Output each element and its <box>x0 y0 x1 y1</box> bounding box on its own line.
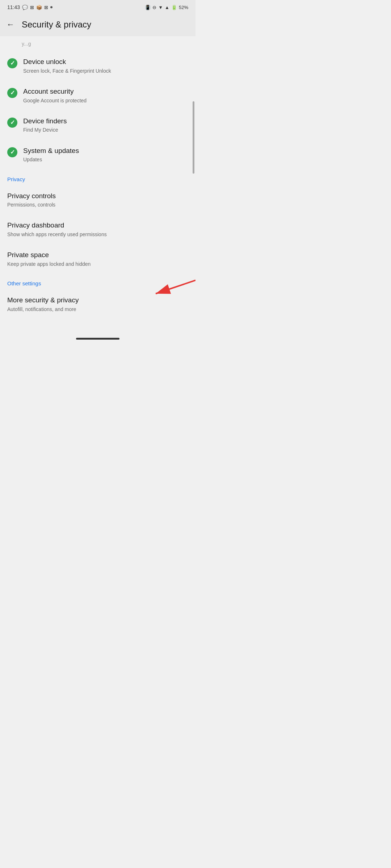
account-security-item[interactable]: Account security Google Account is prote… <box>0 81 196 110</box>
page-title: Security & privacy <box>22 20 91 30</box>
partial-item: y...g <box>0 36 196 51</box>
top-bar: ← Security & privacy <box>0 14 196 36</box>
device-finders-subtitle: Find My Device <box>23 127 188 133</box>
check-icon-account-security <box>7 88 17 98</box>
account-security-subtitle: Google Account is protected <box>23 97 188 104</box>
check-icon-system-updates <box>7 147 17 157</box>
scrollbar[interactable] <box>193 101 194 174</box>
chat-icon: 💬 <box>22 5 28 10</box>
device-finders-item[interactable]: Device finders Find My Device <box>0 110 196 140</box>
private-space-item[interactable]: Private space Keep private apps locked a… <box>0 244 196 274</box>
time: 11:43 <box>7 4 20 10</box>
vibrate-icon: 📳 <box>145 5 151 10</box>
system-updates-title: System & updates <box>23 146 188 156</box>
more-security-title: More security & privacy <box>7 296 138 305</box>
status-left: 11:43 💬 ⊠ 📦 ⊠ <box>7 4 52 10</box>
device-finders-title: Device finders <box>23 117 188 126</box>
device-unlock-title: Device unlock <box>23 58 188 67</box>
signal-icon: ▲ <box>165 5 169 10</box>
status-right: 📳 ⊖ ▼ ▲ 🔋 52% <box>145 5 188 10</box>
msg-icon: ⊠ <box>30 5 34 10</box>
dnd-icon: ⊖ <box>152 5 156 10</box>
status-bar: 11:43 💬 ⊠ 📦 ⊠ 📳 ⊖ ▼ ▲ 🔋 52% <box>0 0 196 14</box>
content: y...g Device unlock Screen lock, Face & … <box>0 36 196 333</box>
back-button[interactable]: ← <box>7 21 14 29</box>
box-icon: 📦 <box>36 5 42 10</box>
privacy-dashboard-title: Privacy dashboard <box>7 221 188 230</box>
privacy-dashboard-subtitle: Show which apps recently used permission… <box>7 231 188 238</box>
check-icon-device-unlock <box>7 58 17 68</box>
battery-percent: 52% <box>179 5 188 10</box>
device-unlock-subtitle: Screen lock, Face & Fingerprint Unlock <box>23 68 188 74</box>
dot-icon <box>50 6 52 8</box>
notif-icon: ⊠ <box>44 5 48 10</box>
device-unlock-item[interactable]: Device unlock Screen lock, Face & Finger… <box>0 51 196 81</box>
privacy-controls-item[interactable]: Privacy controls Permissions, controls <box>0 185 196 215</box>
private-space-title: Private space <box>7 251 188 260</box>
system-updates-subtitle: Updates <box>23 156 188 163</box>
private-space-subtitle: Keep private apps locked and hidden <box>7 261 188 267</box>
other-section-label: Other settings <box>0 274 196 289</box>
more-security-item[interactable]: More security & privacy Autofill, notifi… <box>0 289 196 319</box>
home-indicator <box>0 333 196 343</box>
check-icon-device-finders <box>7 118 17 128</box>
battery-icon: 🔋 <box>171 5 177 10</box>
account-security-title: Account security <box>23 87 188 96</box>
privacy-controls-subtitle: Permissions, controls <box>7 201 188 208</box>
privacy-section-label: Privacy <box>0 170 196 185</box>
more-security-subtitle: Autofill, notifications, and more <box>7 306 138 312</box>
privacy-dashboard-item[interactable]: Privacy dashboard Show which apps recent… <box>0 214 196 244</box>
system-updates-item[interactable]: System & updates Updates <box>0 140 196 170</box>
wifi-icon: ▼ <box>158 5 163 10</box>
home-bar <box>76 338 119 340</box>
privacy-controls-title: Privacy controls <box>7 192 188 201</box>
